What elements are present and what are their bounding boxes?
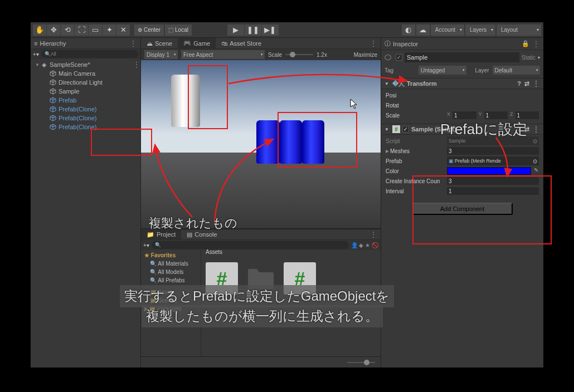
scene-row[interactable]: ▼ ◈ SampleScene* ⋮ [31, 60, 140, 69]
transform-icon: �人 [392, 80, 405, 88]
hierarchy-item-label: Sample [59, 88, 79, 95]
scale-slider[interactable] [285, 54, 313, 55]
custom-tool[interactable]: ✕ [116, 24, 130, 36]
rotation-label: Rotat [386, 102, 447, 109]
pause-button[interactable]: ❚❚ [245, 24, 261, 36]
mouse-cursor [350, 99, 359, 112]
hierarchy-item-label: Prefab(Clone) [59, 106, 96, 112]
gameobject-active-checkbox[interactable]: ✓ [396, 54, 402, 61]
layout-dropdown[interactable]: Layout [497, 24, 541, 36]
project-create[interactable]: +▾ [143, 242, 149, 248]
aspect-dropdown[interactable]: Free Aspect [181, 50, 265, 59]
project-search[interactable]: 🔍 [152, 241, 349, 249]
interval-field[interactable]: 1 [447, 187, 539, 195]
unity-icon: ◈ [41, 61, 47, 68]
layers-dropdown[interactable]: Layers [465, 24, 495, 36]
scale-z[interactable]: 1 [515, 111, 539, 119]
top-toolbar: ✋ ✥ ⟲ ⛶ ▭ ✦ ✕ ⊕Center ⬚Local ▶ ❚❚ ▶❚ ◐ ☁… [31, 22, 543, 38]
inspector-lock-icon[interactable]: 🔒 [522, 40, 529, 47]
scene-name: SampleScene* [50, 61, 90, 68]
hierarchy-item-label: Prefab [59, 97, 76, 104]
cube-icon [50, 106, 56, 112]
script-enabled-checkbox[interactable]: ✓ [402, 126, 409, 133]
hierarchy-item-label: Directional Light [59, 79, 103, 86]
help-icon[interactable]: ? [517, 80, 521, 87]
tab-project[interactable]: 📁Project [141, 229, 181, 240]
fav-prefabs[interactable]: 🔍 All Prefabs [142, 276, 200, 285]
collab-button[interactable]: ◐ [402, 24, 415, 36]
packages-folder[interactable]: ▶📁 Packages [142, 305, 200, 313]
hierarchy-item[interactable]: Directional Light [31, 78, 140, 87]
display-dropdown[interactable]: Display 1 [144, 50, 178, 59]
preset-icon[interactable]: ⇄ [524, 80, 529, 87]
rect-tool[interactable]: ▭ [89, 24, 102, 36]
scale-tool[interactable]: ⛶ [75, 24, 88, 36]
move-tool[interactable]: ✥ [47, 24, 60, 36]
tab-game[interactable]: 🎮Game [178, 38, 216, 49]
thumbnail-size-slider[interactable] [347, 362, 375, 363]
maximize-label[interactable]: Maximize [354, 52, 377, 58]
color-field[interactable] [447, 167, 531, 175]
asset-script-2[interactable]: # [284, 262, 316, 295]
layer-dropdown[interactable]: Default [493, 66, 541, 75]
scale-x[interactable]: 1 [453, 111, 476, 119]
gameobject-name-field[interactable] [405, 52, 519, 62]
tag-label: Tag [385, 67, 415, 74]
component-menu-icon[interactable]: ⋮ [533, 80, 540, 87]
hierarchy-item[interactable]: Prefab [31, 96, 140, 105]
fav-models[interactable]: 🔍 All Models [142, 268, 200, 276]
layout-label: Layout [501, 27, 518, 33]
add-component-button[interactable]: Add Component [412, 203, 513, 215]
cube-icon [50, 97, 56, 104]
project-footer [141, 356, 381, 367]
space-toggle[interactable]: ⬚Local [165, 24, 192, 36]
layer-label: Layer [470, 67, 489, 74]
hierarchy-item[interactable]: Main Camera [31, 69, 140, 78]
interval-label: Interval [386, 188, 447, 194]
center-label: Center [144, 27, 160, 33]
hierarchy-item[interactable]: Prefab(Clone) [31, 114, 140, 122]
pivot-toggle[interactable]: ⊕Center [134, 24, 164, 36]
play-button[interactable]: ▶ [227, 24, 244, 36]
asset-script-1[interactable]: # [206, 262, 238, 295]
asset-folder[interactable] [245, 262, 277, 295]
scale-y[interactable]: 1 [484, 111, 508, 119]
account-label: Account [435, 27, 455, 33]
hierarchy-header: ≡ Hierarchy ⋮ [31, 38, 140, 49]
count-field[interactable]: 3 [447, 177, 539, 185]
rotate-tool[interactable]: ⟲ [61, 24, 74, 36]
help-icon[interactable]: ? [517, 126, 521, 133]
tab-asset-store[interactable]: 🛍Asset Store [216, 38, 267, 49]
scenes-folder[interactable]: 📁 Scenes [142, 296, 200, 305]
meshes-label: Meshes [390, 148, 447, 154]
transform-component: ▼ �人 Transform ? ⇄ ⋮ Posi Rotat Scale [381, 78, 543, 121]
hierarchy-menu-icon[interactable]: ⋮ [130, 40, 137, 47]
blue-cylinder-1 [256, 120, 280, 164]
blue-cylinder-3 [302, 120, 324, 164]
tag-dropdown[interactable]: Untagged [419, 66, 466, 75]
cloud-button[interactable]: ☁ [416, 24, 430, 36]
assets-folder[interactable]: ▼📁 Assets [142, 288, 200, 296]
cube-icon [50, 70, 56, 77]
create-dropdown[interactable]: +▾ [33, 51, 39, 57]
tab-scene[interactable]: ⛰Scene [141, 38, 178, 49]
assets-breadcrumb[interactable]: Assets [206, 249, 222, 255]
hierarchy-item[interactable]: Prefab(Clone) [31, 122, 140, 131]
hierarchy-item[interactable]: Sample [31, 87, 140, 96]
hierarchy-item[interactable]: Prefab(Clone) [31, 105, 140, 114]
hierarchy-search[interactable]: 🔍 All [41, 50, 138, 58]
project-filter-icons[interactable]: 👤 ◆ ★ 🚫 [351, 242, 378, 248]
transform-tool[interactable]: ✦ [103, 24, 116, 36]
account-dropdown[interactable]: Account [431, 24, 464, 36]
meshes-value[interactable]: 3 [447, 147, 539, 155]
preset-icon[interactable]: ⇄ [524, 126, 529, 133]
favorites-header[interactable]: ★ Favorites [142, 251, 200, 259]
prefab-object-field[interactable]: ▣ Prefab (Mesh Rende [447, 156, 539, 165]
sample-script-component: ▼ # ✓ Sample (Script) ? ⇄ ⋮ Script Sampl… [381, 124, 543, 197]
fav-materials[interactable]: 🔍 All Materials [142, 259, 200, 268]
hand-tool[interactable]: ✋ [33, 24, 46, 36]
component-menu-icon[interactable]: ⋮ [533, 125, 540, 133]
tab-console[interactable]: ▤Console [181, 229, 222, 240]
inspector-menu-icon[interactable]: ⋮ [533, 40, 540, 48]
step-button[interactable]: ▶❚ [262, 24, 279, 36]
